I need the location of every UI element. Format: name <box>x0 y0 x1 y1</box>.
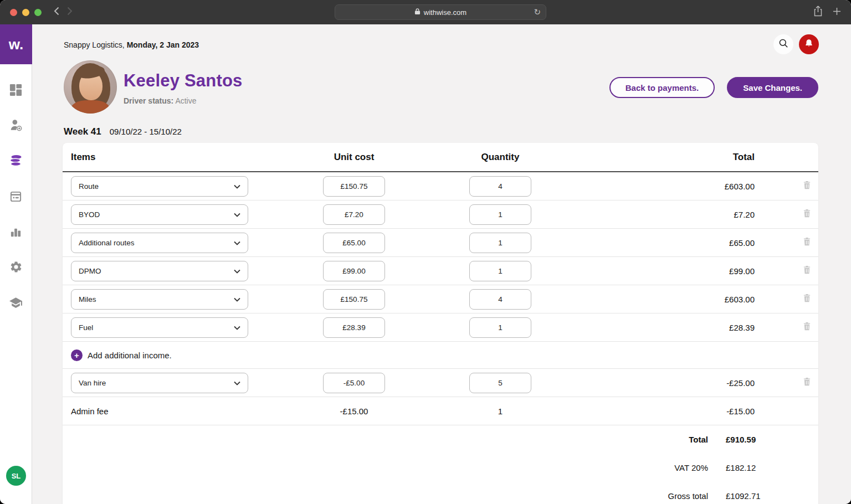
back-to-payments-button[interactable]: Back to payments. <box>609 77 715 98</box>
quantity-input[interactable] <box>469 176 531 197</box>
quantity-input[interactable] <box>469 373 531 393</box>
row-total: £65.00 <box>531 238 795 248</box>
unit-cost-input[interactable] <box>323 373 385 393</box>
search-button[interactable] <box>773 34 793 54</box>
unit-cost-input[interactable] <box>323 261 385 281</box>
browser-window: withwise.com ↻ w. <box>0 0 851 504</box>
item-select[interactable]: Additional routes <box>71 233 248 253</box>
payments-icon[interactable] <box>8 153 23 168</box>
forward-icon[interactable] <box>67 7 73 18</box>
table-row: DPMO £99.00 <box>63 257 818 285</box>
table-row: Route £603.00 <box>63 172 818 200</box>
unit-cost-input[interactable] <box>323 317 385 338</box>
item-select-value: Route <box>79 182 99 191</box>
plus-circle-icon[interactable]: + <box>71 349 83 361</box>
trash-icon[interactable] <box>803 181 811 192</box>
item-select[interactable]: Miles <box>71 289 248 310</box>
item-select-value: BYOD <box>79 210 100 219</box>
table-row: BYOD £7.20 <box>63 200 818 229</box>
row-total: £99.00 <box>531 266 795 276</box>
driver-status-value: Active <box>175 96 196 105</box>
item-select-value: Fuel <box>79 323 93 332</box>
summary-total-row: Total £910.59 <box>63 425 818 454</box>
trash-icon[interactable] <box>803 237 811 248</box>
notifications-button[interactable] <box>799 34 819 54</box>
summary-vat-row: VAT 20% £182.12 <box>63 454 818 482</box>
table-row: Additional routes £65.00 <box>63 229 818 257</box>
save-changes-button[interactable]: Save Changes. <box>727 77 818 98</box>
item-select[interactable]: Fuel <box>71 317 248 338</box>
zoom-window-button[interactable] <box>34 9 42 16</box>
header-quantity: Quantity <box>469 152 531 163</box>
summary-gross-label: Gross total <box>668 491 708 501</box>
quantity-input[interactable] <box>469 204 531 225</box>
header-total: Total <box>531 152 795 163</box>
row-total: -£25.00 <box>531 378 795 388</box>
table-row: Miles £603.00 <box>63 285 818 313</box>
week-range: 09/10/22 - 15/10/22 <box>110 127 182 136</box>
traffic-lights <box>10 9 42 16</box>
page-content: Snappy Logistics, Monday, 2 Jan 2023 <box>32 24 851 504</box>
driver-photo <box>64 60 117 114</box>
summary-gross-value: £1092.71 <box>726 491 818 501</box>
trash-icon[interactable] <box>803 294 811 305</box>
browser-chrome: withwise.com ↻ <box>0 0 851 24</box>
add-additional-income-row[interactable]: + Add additional income. <box>63 342 818 369</box>
item-select-value: Miles <box>79 295 96 304</box>
add-additional-income-label[interactable]: Add additional income. <box>88 351 172 360</box>
row-total: £28.39 <box>531 323 795 332</box>
row-total: £603.00 <box>531 182 795 191</box>
item-select[interactable]: Route <box>71 176 248 197</box>
reports-icon[interactable] <box>8 224 23 239</box>
trash-icon[interactable] <box>803 265 811 276</box>
admin-fee-row: Admin fee -£15.00 1 -£15.00 <box>63 397 818 425</box>
item-select[interactable]: BYOD <box>71 204 248 225</box>
current-date: Monday, 2 Jan 2023 <box>127 40 199 49</box>
refresh-icon[interactable]: ↻ <box>534 7 541 17</box>
trash-icon[interactable] <box>803 322 811 333</box>
close-window-button[interactable] <box>10 9 17 16</box>
company-name: Snappy Logistics, <box>64 40 125 49</box>
table-row: Van hire -£25.00 <box>63 369 818 397</box>
quantity-input[interactable] <box>469 261 531 281</box>
admin-fee-unit-cost: -£15.00 <box>323 407 385 416</box>
chevron-down-icon <box>234 266 240 276</box>
row-total: £603.00 <box>531 295 795 304</box>
unit-cost-input[interactable] <box>323 176 385 197</box>
sidebar: w. <box>0 24 32 504</box>
trash-icon[interactable] <box>803 377 811 388</box>
item-select[interactable]: DPMO <box>71 261 248 281</box>
back-icon[interactable] <box>54 7 59 18</box>
calendar-icon[interactable] <box>8 189 23 203</box>
chevron-down-icon <box>234 209 240 219</box>
company-date-line: Snappy Logistics, Monday, 2 Jan 2023 <box>64 40 199 49</box>
summary-gross-row: Gross total £1092.71 <box>63 482 818 504</box>
quantity-input[interactable] <box>469 233 531 253</box>
address-bar[interactable]: withwise.com ↻ <box>335 4 546 20</box>
unit-cost-input[interactable] <box>323 233 385 253</box>
quantity-input[interactable] <box>469 289 531 310</box>
training-icon[interactable] <box>8 295 23 310</box>
week-line: Week 4109/10/22 - 15/10/22 <box>64 126 182 137</box>
share-icon[interactable] <box>813 6 823 19</box>
driver-name: Keeley Santos <box>124 71 243 91</box>
summary-vat-label: VAT 20% <box>674 463 708 472</box>
unit-cost-input[interactable] <box>323 204 385 225</box>
unit-cost-input[interactable] <box>323 289 385 310</box>
week-label: Week 41 <box>64 126 101 137</box>
item-select[interactable]: Van hire <box>71 373 248 393</box>
header-items: Items <box>63 152 323 163</box>
settings-gear-icon[interactable] <box>8 260 23 274</box>
add-driver-icon[interactable] <box>8 118 23 132</box>
trash-icon[interactable] <box>803 209 811 220</box>
dashboard-icon[interactable] <box>8 83 23 97</box>
chevron-down-icon <box>234 181 240 191</box>
minimize-window-button[interactable] <box>22 9 29 16</box>
quantity-input[interactable] <box>469 317 531 338</box>
lock-icon <box>414 8 421 17</box>
app-logo[interactable]: w. <box>0 24 32 64</box>
admin-fee-total: -£15.00 <box>531 407 795 416</box>
user-avatar-initials[interactable]: SL <box>6 466 26 486</box>
new-tab-icon[interactable] <box>833 7 841 18</box>
chevron-down-icon <box>234 378 240 388</box>
